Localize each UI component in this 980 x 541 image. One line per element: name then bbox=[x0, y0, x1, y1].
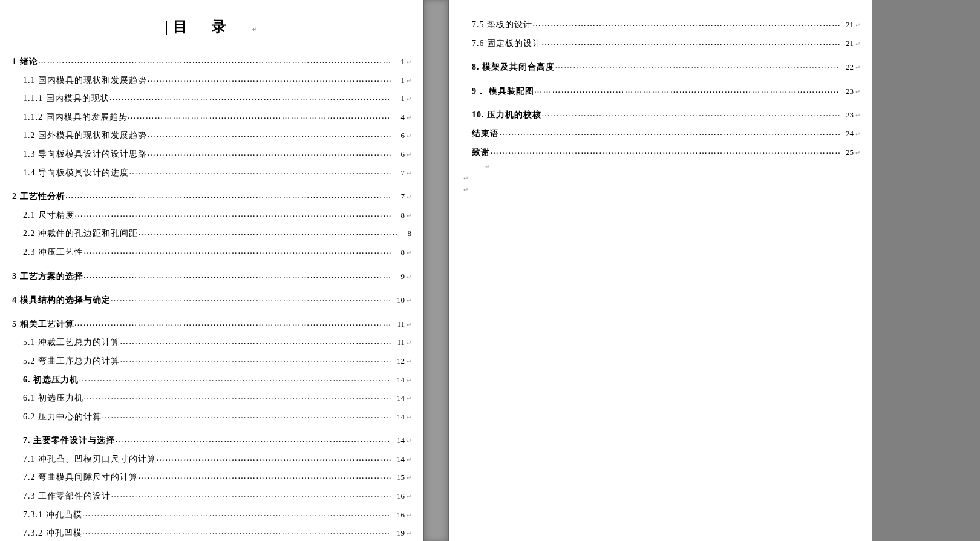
toc-leader-dots: …………………………………………………………………………………………………………… bbox=[120, 335, 391, 345]
toc-leader-dots: …………………………………………………………………………………………………………… bbox=[534, 84, 841, 94]
toc-entry-label: 5 相关工艺计算 bbox=[12, 318, 74, 330]
toc-entry: 结束语…………………………………………………………………………………………………… bbox=[461, 126, 860, 140]
toc-entry-page: 14 bbox=[391, 454, 405, 465]
toc-entry-page: 14 bbox=[391, 411, 405, 422]
return-mark: ↵ bbox=[407, 376, 411, 385]
toc-entry-label: 7. 主要零件设计与选择 bbox=[23, 434, 115, 447]
paragraph-mark: ↵ bbox=[483, 163, 860, 170]
toc-entry-label: 1.4 导向板模具设计的进度 bbox=[23, 167, 129, 179]
toc-entry: 1.1 国内模具的现状和发展趋势………………………………………………………………… bbox=[12, 73, 411, 87]
toc-entry-label: 1.3 导向板模具设计的设计思路 bbox=[23, 148, 147, 160]
toc-entry-label: 2.3 冲压工艺性 bbox=[23, 246, 83, 258]
return-mark: ↵ bbox=[407, 456, 411, 464]
return-mark: ↵ bbox=[407, 249, 411, 257]
toc-leader-dots: …………………………………………………………………………………………………………… bbox=[74, 317, 392, 327]
toc-leader-dots: …………………………………………………………………………………………………………… bbox=[120, 354, 391, 364]
return-mark: ↵ bbox=[855, 40, 860, 48]
toc-entry-page: 6 bbox=[391, 130, 405, 141]
toc-entry-label: 7.1 冲孔凸、凹模刃口尺寸的计算 bbox=[23, 453, 156, 465]
toc-entry-label: 10. 压力机的校核 bbox=[472, 109, 541, 121]
toc-leader-dots: …………………………………………………………………………………………………………… bbox=[138, 470, 391, 480]
toc-entry: 5.1 冲裁工艺总力的计算………………………………………………………………………… bbox=[12, 335, 411, 349]
toc-entry-label: 9． 模具装配图 bbox=[472, 85, 534, 97]
return-mark: ↵ bbox=[407, 193, 411, 202]
toc-entry: 7.3 工作零部件的设计…………………………………………………………………………… bbox=[12, 489, 411, 502]
toc-leader-dots: …………………………………………………………………………………………………………… bbox=[115, 433, 391, 443]
return-mark: ↵ bbox=[407, 511, 411, 520]
return-mark: ↵ bbox=[407, 321, 411, 329]
toc-entry-label: 4 模具结构的选择与确定 bbox=[12, 294, 111, 306]
toc-entry: 7.5 垫板的设计…………………………………………………………………………………… bbox=[461, 18, 860, 31]
toc-entry-page: 9 bbox=[391, 271, 405, 282]
return-mark: ↵ bbox=[407, 493, 411, 501]
toc-entry-page: 22 bbox=[840, 62, 854, 73]
toc-leader-dots: …………………………………………………………………………………………………………… bbox=[555, 60, 840, 70]
toc-entry-label: 1.2 国外模具的现状和发展趋势 bbox=[23, 130, 147, 142]
toc-entry-page: 11 bbox=[391, 319, 405, 330]
toc-leader-dots: …………………………………………………………………………………………………………… bbox=[128, 110, 392, 120]
toc-entry-page: 14 bbox=[391, 435, 405, 446]
toc-entry-page: 14 bbox=[391, 375, 405, 385]
toc-leader-dots: …………………………………………………………………………………………………………… bbox=[82, 508, 392, 517]
return-mark: ↵ bbox=[855, 130, 860, 139]
toc-entry-label: 1 绪论 bbox=[12, 56, 38, 68]
return-mark: ↵ bbox=[407, 474, 411, 482]
return-mark: ↵ bbox=[252, 26, 281, 33]
toc-entry: 7.3.1 冲孔凸模………………………………………………………………………………… bbox=[12, 508, 411, 521]
toc-leader-dots: …………………………………………………………………………………………………………… bbox=[499, 126, 840, 136]
toc-entry: 7. 主要零件设计与选择…………………………………………………………………………… bbox=[12, 433, 411, 447]
return-mark: ↵ bbox=[855, 149, 860, 157]
page-gutter bbox=[423, 0, 449, 541]
toc-entry: 7.3.2 冲孔凹模………………………………………………………………………………… bbox=[12, 526, 411, 539]
toc-entry-label: 5.2 弯曲工序总力的计算 bbox=[23, 355, 120, 367]
return-mark: ↵ bbox=[407, 95, 411, 103]
toc-leader-dots: …………………………………………………………………………………………………………… bbox=[147, 147, 391, 157]
toc-leader-dots: …………………………………………………………………………………………………………… bbox=[83, 245, 391, 255]
toc-list-left: 1 绪论………………………………………………………………………………………………… bbox=[12, 54, 411, 539]
toc-leader-dots: …………………………………………………………………………………………………………… bbox=[82, 526, 392, 536]
toc-entry-label: 6. 初选压力机 bbox=[23, 374, 79, 386]
toc-entry-label: 7.2 弯曲模具间隙尺寸的计算 bbox=[23, 471, 138, 484]
return-mark: ↵ bbox=[407, 58, 411, 67]
toc-entry-page: 16 bbox=[391, 510, 405, 520]
toc-entry: 8. 模架及其闭合高度……………………………………………………………………………… bbox=[461, 60, 860, 73]
toc-entry: 2.3 冲压工艺性…………………………………………………………………………………… bbox=[12, 245, 411, 258]
toc-entry: 2.2 冲裁件的孔边距和孔间距…………………………………………………………………… bbox=[12, 226, 411, 240]
toc-entry: 6. 初选压力机……………………………………………………………………………………… bbox=[12, 373, 411, 386]
return-mark: ↵ bbox=[407, 437, 411, 445]
toc-entry-page: 7 bbox=[391, 191, 405, 202]
return-mark: ↵ bbox=[855, 21, 860, 30]
toc-entry: 3 工艺方案的选择…………………………………………………………………………………… bbox=[12, 269, 411, 283]
toc-entry: 5.2 弯曲工序总力的计算………………………………………………………………………… bbox=[12, 354, 411, 367]
toc-entry: 5 相关工艺计算……………………………………………………………………………………… bbox=[12, 317, 411, 330]
return-mark: ↵ bbox=[407, 114, 411, 122]
toc-leader-dots: …………………………………………………………………………………………………………… bbox=[109, 91, 392, 101]
toc-leader-dots: …………………………………………………………………………………………………………… bbox=[147, 128, 391, 138]
toc-entry-page: 23 bbox=[840, 110, 854, 120]
toc-entry-label: 2 工艺性分析 bbox=[12, 191, 65, 203]
toc-leader-dots: …………………………………………………………………………………………………………… bbox=[74, 208, 391, 218]
return-mark: ↵ bbox=[407, 413, 411, 422]
toc-entry: 1.2 国外模具的现状和发展趋势………………………………………………………………… bbox=[12, 128, 411, 142]
toc-entry: 2 工艺性分析………………………………………………………………………………………… bbox=[12, 189, 411, 203]
toc-entry-page: 16 bbox=[391, 491, 405, 502]
toc-entry-label: 1.1.1 国内模具的现状 bbox=[23, 93, 109, 105]
toc-entry-page: 1 bbox=[391, 93, 405, 104]
toc-entry-page: 23 bbox=[840, 86, 854, 97]
toc-entry-label: 3 工艺方案的选择 bbox=[12, 270, 83, 283]
toc-entry-page: 21 bbox=[840, 38, 854, 49]
toc-entry-label: 1.1.2 国内模具的发展趋势 bbox=[23, 111, 128, 123]
toc-entry-label: 6.1 初选压力机 bbox=[23, 392, 83, 404]
toc-leader-dots: …………………………………………………………………………………………………………… bbox=[532, 18, 840, 27]
document-page-left: 目录↵ 1 绪论……………………………………………………………………………………… bbox=[0, 0, 423, 541]
toc-entry-label: 6.2 压力中心的计算 bbox=[23, 411, 102, 423]
toc-entry-label: 7.3.2 冲孔凹模 bbox=[23, 527, 82, 539]
toc-entry-label: 7.3 工作零部件的设计 bbox=[23, 490, 111, 502]
return-mark: ↵ bbox=[407, 151, 411, 159]
return-mark: ↵ bbox=[407, 358, 411, 366]
toc-entry: 1.4 导向板模具设计的进度……………………………………………………………………… bbox=[12, 166, 411, 179]
toc-entry: 4 模具结构的选择与确定…………………………………………………………………………… bbox=[12, 293, 411, 306]
toc-entry-page: 14 bbox=[391, 393, 405, 404]
toc-entry: 6.2 压力中心的计算……………………………………………………………………………… bbox=[12, 410, 411, 423]
return-mark: ↵ bbox=[407, 273, 411, 281]
